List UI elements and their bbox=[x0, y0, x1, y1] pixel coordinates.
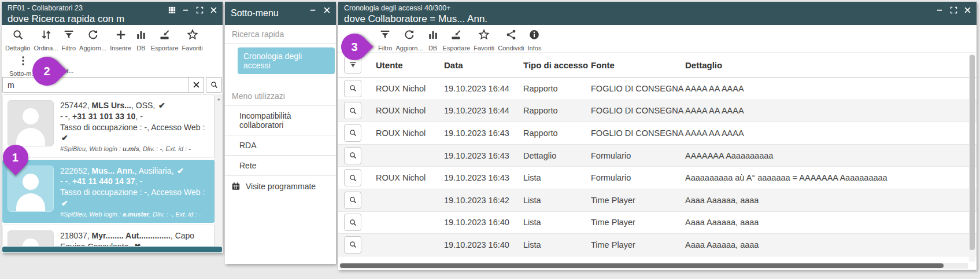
refresh-icon bbox=[403, 28, 416, 43]
row-detail-button[interactable] bbox=[344, 192, 361, 209]
menu-item-rda[interactable]: RDA bbox=[225, 135, 336, 156]
row-detail-button[interactable] bbox=[344, 236, 361, 254]
table-row[interactable]: 19.10.2023 16:43 Dettaglio Formulario AA… bbox=[338, 145, 977, 167]
search-input[interactable] bbox=[2, 77, 188, 93]
calendar-icon bbox=[231, 181, 241, 192]
condividi-button[interactable]: Condividi bbox=[496, 28, 526, 52]
favoriti-button[interactable]: Favoriti bbox=[472, 28, 496, 52]
app-stage: RF01 - Collaboratori 23 dove Ricerca rap… bbox=[0, 0, 980, 279]
horizontal-scrollbar[interactable] bbox=[339, 263, 968, 269]
menu-item-incompatibilita[interactable]: Incompatibilità collaboratori bbox=[225, 106, 336, 135]
column-header-data[interactable]: Data bbox=[444, 60, 523, 70]
panel-title: Cronologia degli accessi 40/300+ bbox=[344, 4, 487, 13]
ordina-button[interactable]: Ordina... bbox=[32, 28, 60, 52]
minimize-icon[interactable] bbox=[309, 6, 317, 14]
collaborator-id: 222652, bbox=[60, 166, 92, 175]
check-icon: ✔ bbox=[61, 199, 68, 208]
table-row[interactable]: 19.10.2023 16:40 Lista Time Player Aaaa … bbox=[338, 212, 977, 234]
clear-search-button[interactable] bbox=[188, 77, 204, 93]
close-icon[interactable] bbox=[323, 6, 331, 14]
cell-tipo: Lista bbox=[523, 218, 591, 227]
cell-fonte: FOGLIO DI CONSEGNA bbox=[591, 129, 685, 138]
column-header-fonte[interactable]: Fonte bbox=[591, 60, 685, 70]
cell-data: 19.10.2023 16:43 bbox=[444, 173, 523, 182]
row-detail-button[interactable] bbox=[344, 80, 361, 97]
table-row[interactable]: ROUX Nichol 19.10.2023 16:43 Lista Formu… bbox=[338, 167, 977, 189]
export-icon bbox=[450, 28, 463, 43]
row-detail-button[interactable] bbox=[344, 102, 361, 119]
grid-icon[interactable] bbox=[168, 6, 176, 14]
cell-utente: ROUX Nichol bbox=[376, 129, 444, 138]
menu-item-visite-programmate[interactable]: Visite programmate bbox=[225, 176, 336, 197]
magnifier-icon bbox=[349, 84, 357, 93]
vertical-scrollbar[interactable] bbox=[969, 54, 975, 262]
minimize-icon[interactable] bbox=[935, 6, 944, 14]
filtro-button[interactable]: Filtro bbox=[60, 28, 77, 52]
vertical-scrollbar[interactable] bbox=[215, 94, 223, 246]
horizontal-scrollbar[interactable] bbox=[2, 247, 222, 252]
dettaglio-button[interactable]: Dettaglio bbox=[3, 28, 32, 52]
row-detail-button[interactable] bbox=[344, 169, 361, 186]
table-row[interactable]: ROUX Nichol 19.10.2023 16:43 Rapporto FO… bbox=[338, 122, 977, 145]
check-icon: ✔ bbox=[61, 133, 68, 142]
infos-button[interactable]: Infos bbox=[526, 28, 543, 52]
table-row[interactable]: ROUX Nichol 19.10.2023 16:44 Rapporto FO… bbox=[338, 78, 977, 100]
cell-tipo: Lista bbox=[523, 240, 591, 249]
cell-fonte: FOGLIO DI CONSEGNA bbox=[591, 106, 685, 115]
esportare-button[interactable]: Esportare bbox=[441, 28, 472, 52]
table-row[interactable]: 19.10.2023 16:42 Lista Time Player Aaaa … bbox=[338, 189, 977, 212]
db-button[interactable]: DB bbox=[133, 28, 149, 52]
row-detail-button[interactable] bbox=[344, 147, 361, 164]
table-row[interactable]: ROUX Nichol 19.10.2023 16:44 Rapporto FO… bbox=[338, 100, 977, 123]
close-icon[interactable] bbox=[963, 6, 972, 14]
magnifier-icon bbox=[349, 240, 357, 249]
collaborators-panel-header: RF01 - Collaboratori 23 dove Ricerca rap… bbox=[2, 2, 223, 25]
collaborator-name: Myr........ Aut.............. bbox=[92, 231, 171, 240]
magnifier-icon bbox=[349, 174, 357, 182]
column-header-dettaglio[interactable]: Dettaglio bbox=[685, 60, 977, 70]
cell-dettaglio: AAAA AA AAAA bbox=[685, 106, 977, 115]
inserire-button[interactable]: Inserire bbox=[108, 28, 133, 52]
menu-item-cronologia-selected[interactable]: Cronologia degli accessi bbox=[238, 47, 335, 74]
minimize-icon[interactable] bbox=[182, 6, 190, 14]
close-icon[interactable] bbox=[209, 6, 218, 14]
cell-data: 19.10.2023 16:40 bbox=[444, 240, 523, 249]
access-history-header: Cronologia degli accessi 40/300+ dove Co… bbox=[338, 2, 977, 25]
collaborator-list-item[interactable]: 257442, MLS Urs..., OSS, ✔ - -, +31 31 1… bbox=[2, 94, 215, 158]
maximize-icon[interactable] bbox=[949, 6, 958, 14]
scrollbar-thumb[interactable] bbox=[340, 263, 944, 268]
info-icon bbox=[528, 28, 541, 43]
cell-data: 19.10.2023 16:43 bbox=[444, 151, 523, 160]
esportare-button[interactable]: Esportare bbox=[149, 28, 180, 52]
collaborator-list-item[interactable]: 218037, Myr........ Aut.............., C… bbox=[2, 225, 215, 246]
avatar bbox=[8, 100, 54, 146]
collaborator-list-item-selected[interactable]: 222652, Mus... Ann., Ausiliaria, ✔ - -, … bbox=[2, 160, 215, 223]
scrollbar-thumb[interactable] bbox=[970, 55, 975, 250]
aggiorna-button[interactable]: Aggiorn... bbox=[394, 28, 424, 52]
maximize-icon[interactable] bbox=[195, 6, 204, 14]
panel-subtitle: dove Collaboratore = Mus... Ann. bbox=[344, 13, 487, 25]
filtro-button[interactable]: Filtro bbox=[376, 28, 394, 52]
db-button[interactable]: DB bbox=[425, 28, 441, 52]
column-header-utente[interactable]: Utente bbox=[376, 60, 444, 70]
cell-dettaglio: AAAAAAA Aaaaaaaaaa bbox=[685, 151, 977, 160]
row-detail-button[interactable] bbox=[344, 214, 361, 231]
menu-item-rete[interactable]: Rete bbox=[225, 156, 336, 176]
table-header-row: Utente Data Tipo di accesso Fonte Dettag… bbox=[338, 52, 977, 78]
cell-dettaglio: AAAA AA AAAA bbox=[685, 84, 977, 93]
magnifier-icon bbox=[210, 80, 219, 89]
table-row[interactable]: 19.10.2023 16:40 Lista Time Player Aaaa … bbox=[338, 234, 977, 256]
search-button[interactable] bbox=[206, 77, 222, 93]
cell-fonte: FOGLIO DI CONSEGNA bbox=[591, 84, 685, 93]
column-header-tipo[interactable]: Tipo di accesso bbox=[523, 60, 591, 70]
funnel-icon bbox=[379, 28, 391, 43]
cell-tipo: Rapporto bbox=[523, 84, 591, 93]
row-detail-button[interactable] bbox=[344, 124, 361, 142]
funnel-icon bbox=[349, 61, 357, 69]
cell-dettaglio: Aaaa Aaaaaa, aaaa bbox=[685, 240, 977, 249]
aggiorna-button[interactable]: Aggiorn... bbox=[77, 28, 108, 52]
cell-data: 19.10.2023 16:43 bbox=[444, 129, 523, 138]
magnifier-icon bbox=[349, 151, 357, 160]
favoriti-button[interactable]: Favoriti bbox=[180, 28, 205, 52]
avatar bbox=[8, 230, 54, 246]
